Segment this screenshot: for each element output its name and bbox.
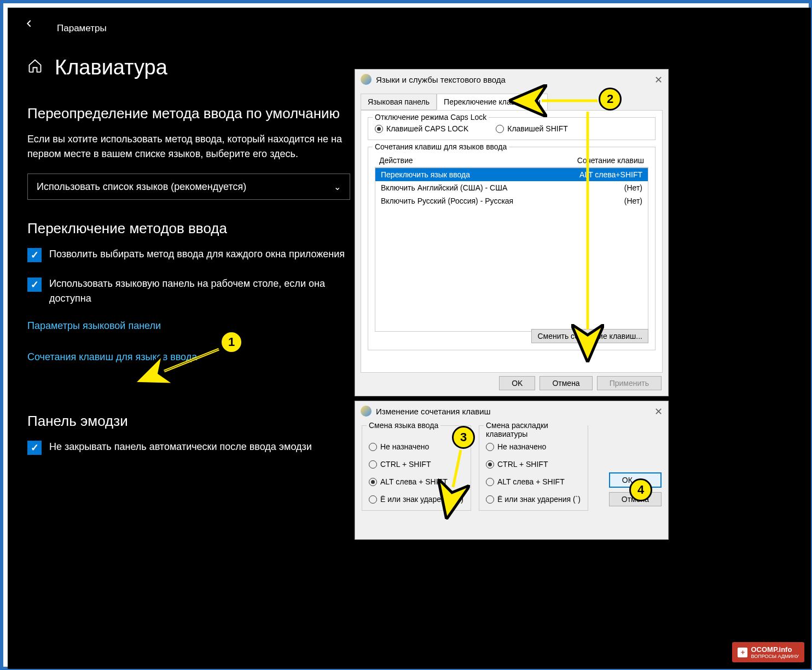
page-title: Клавиатура xyxy=(55,56,167,79)
checkbox-langbar[interactable]: ✓ xyxy=(27,278,42,292)
dialog1-title: Языки и службы текстового ввода xyxy=(376,75,506,84)
row-action: Включить Русский (Россия) - Русская xyxy=(381,197,513,205)
hotkeys-group: Сочетания клавиш для языков ввода Действ… xyxy=(368,147,656,350)
tab-keyboard-switching[interactable]: Переключение клавиатуры xyxy=(437,94,548,110)
change-hotkey-dialog: Изменение сочетания клавиш ✕ Смена языка… xyxy=(355,401,669,540)
check-icon: ✓ xyxy=(31,442,39,454)
radio-icon xyxy=(375,125,383,133)
dialog2-title: Изменение сочетания клавиш xyxy=(376,407,491,416)
plus-icon: + xyxy=(738,648,747,657)
tab-language-bar[interactable]: Языковая панель xyxy=(361,94,437,110)
radio-icon xyxy=(369,478,377,486)
apply-button[interactable]: Применить xyxy=(597,376,662,390)
text-services-dialog: Языки и службы текстового ввода ✕ Языков… xyxy=(355,69,669,396)
radio-none-2[interactable]: Не назначено xyxy=(486,442,581,451)
input-lang-title: Смена языка ввода xyxy=(367,421,440,430)
radio-shift-label: Клавишей SHIFT xyxy=(507,124,568,133)
hotkeys-group-title: Сочетания клавиш для языков ввода xyxy=(373,142,509,151)
close-icon[interactable]: ✕ xyxy=(654,74,663,86)
radio-icon xyxy=(486,460,494,469)
radio-grave-1[interactable]: Ё или знак ударения (`) xyxy=(369,495,464,504)
radio-icon xyxy=(486,495,494,504)
capslock-group: Отключение режима Caps Lock Клавишей CAP… xyxy=(368,117,656,140)
switching-heading: Переключение методов ввода xyxy=(27,220,356,237)
annotation-badge-2: 2 xyxy=(599,88,622,111)
close-icon[interactable]: ✕ xyxy=(654,406,663,418)
capslock-group-title: Отключение режима Caps Lock xyxy=(373,113,489,122)
radio-icon xyxy=(369,460,377,469)
radio-none-1[interactable]: Не назначено xyxy=(369,442,464,451)
radio-icon xyxy=(486,478,494,486)
col-hotkey: Сочетание клавиш xyxy=(577,156,644,165)
row-action: Включить Английский (США) - США xyxy=(381,183,507,192)
radio-capslock-label: Клавишей CAPS LOCK xyxy=(386,124,468,133)
radio-alt-1[interactable]: ALT слева + SHIFT xyxy=(369,477,464,486)
input-method-dropdown[interactable]: Использовать список языков (рекомендуетс… xyxy=(27,174,350,200)
check-icon: ✓ xyxy=(31,279,39,291)
list-item[interactable]: Включить Английский (США) - США (Нет) xyxy=(375,181,648,194)
checkbox-per-window-label: Позволить выбирать метод ввода для каждо… xyxy=(49,247,345,262)
override-text: Если вы хотите использовать метод ввода,… xyxy=(27,132,356,161)
radio-ctrl-2[interactable]: CTRL + SHIFT xyxy=(486,460,581,469)
checkbox-emoji[interactable]: ✓ xyxy=(27,441,42,455)
watermark: + OCOMP.info ВОПРОСЫ АДМИНУ xyxy=(732,642,804,662)
radio-icon xyxy=(496,125,504,133)
radio-alt-2[interactable]: ALT слева + SHIFT xyxy=(486,477,581,486)
radio-icon xyxy=(369,495,377,504)
app-name: Параметры xyxy=(57,23,107,34)
radio-icon xyxy=(486,443,494,451)
row-action: Переключить язык ввода xyxy=(381,170,470,179)
col-action: Действие xyxy=(379,156,413,165)
ok-button[interactable]: OK xyxy=(499,376,535,390)
radio-icon xyxy=(369,443,377,451)
radio-capslock[interactable]: Клавишей CAPS LOCK xyxy=(375,124,468,133)
dropdown-value: Использовать список языков (рекомендуетс… xyxy=(37,181,246,193)
override-heading: Переопределение метода ввода по умолчани… xyxy=(27,105,356,122)
settings-window: Параметры Клавиатура Переопределение мет… xyxy=(8,8,811,669)
layout-group: Смена раскладки клавиатуры Не назначено … xyxy=(479,425,588,511)
annotation-badge-3: 3 xyxy=(452,426,475,449)
emoji-heading: Панель эмодзи xyxy=(27,413,356,430)
radio-shift[interactable]: Клавишей SHIFT xyxy=(496,124,568,133)
row-key: (Нет) xyxy=(624,197,642,205)
home-icon[interactable] xyxy=(27,58,43,77)
annotation-badge-1: 1 xyxy=(220,331,243,354)
checkbox-per-window[interactable]: ✓ xyxy=(27,248,42,262)
checkbox-emoji-label: Не закрывать панель автоматически после … xyxy=(49,440,312,454)
cancel-button[interactable]: Отмена xyxy=(540,376,592,390)
change-hotkey-button[interactable]: Сменить сочетание клавиш... xyxy=(531,329,648,343)
radio-ctrl-1[interactable]: CTRL + SHIFT xyxy=(369,460,464,469)
radio-grave-2[interactable]: Ё или знак ударения (`) xyxy=(486,495,581,504)
row-key: ALT слева+SHIFT xyxy=(579,170,642,179)
globe-icon xyxy=(361,406,372,417)
check-icon: ✓ xyxy=(31,249,39,261)
chevron-down-icon: ⌄ xyxy=(334,182,341,192)
hotkey-listbox[interactable]: Переключить язык ввода ALT слева+SHIFT В… xyxy=(375,168,648,332)
list-item[interactable]: Переключить язык ввода ALT слева+SHIFT xyxy=(375,168,648,181)
list-item[interactable]: Включить Русский (Россия) - Русская (Нет… xyxy=(375,194,648,207)
layout-title: Смена раскладки клавиатуры xyxy=(484,421,588,438)
back-button[interactable] xyxy=(23,18,35,32)
globe-icon xyxy=(361,74,372,85)
annotation-badge-4: 4 xyxy=(629,478,652,501)
link-langbar-options[interactable]: Параметры языковой панели xyxy=(27,320,356,332)
checkbox-langbar-label: Использовать языковую панель на рабочем … xyxy=(49,276,356,306)
row-key: (Нет) xyxy=(624,183,642,192)
link-hotkeys[interactable]: Сочетания клавиш для языков ввода xyxy=(27,351,356,363)
